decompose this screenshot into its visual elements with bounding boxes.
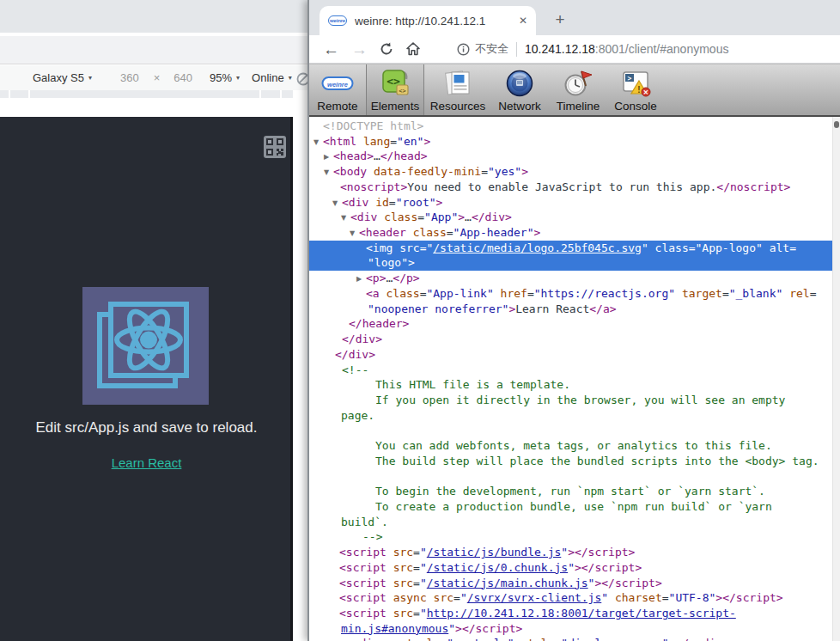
resources-icon bbox=[442, 67, 473, 100]
info-icon[interactable] bbox=[457, 43, 470, 56]
svg-text:>: > bbox=[628, 75, 632, 82]
code-line[interactable]: </div> bbox=[309, 332, 840, 347]
code-line[interactable]: </header> bbox=[309, 316, 840, 332]
edit-instruction-text: Edit src/App.js and save to reload. bbox=[0, 419, 293, 436]
code-line[interactable]: To create a production bundle, use `npm … bbox=[309, 499, 840, 515]
chevron-down-icon: ▾ bbox=[289, 74, 292, 82]
device-screen: Edit src/App.js and save to reload. Lear… bbox=[0, 117, 293, 641]
code-line[interactable]: ▼<html lang="en"> bbox=[309, 134, 840, 150]
code-line[interactable]: --> bbox=[309, 529, 840, 545]
device-emulation-toolbar: Galaxy S5 ▾ 360 × 640 95% ▾ Online ▾ bbox=[0, 65, 309, 90]
weinre-tab-resources[interactable]: Resources bbox=[424, 64, 491, 115]
code-line[interactable]: ▼<div id="root"> bbox=[309, 195, 840, 211]
code-line[interactable]: <script src="http://10.241.12.18:8001/ta… bbox=[309, 606, 840, 621]
selected-code-line[interactable]: "logo"> bbox=[309, 255, 840, 271]
selected-code-line[interactable]: <img src="/static/media/logo.25bf045c.sv… bbox=[309, 241, 840, 256]
code-line[interactable]: <script src="/static/js/0.chunk.js"></sc… bbox=[309, 560, 840, 576]
forward-icon: → bbox=[351, 41, 368, 58]
expand-arrow-icon[interactable]: ▼ bbox=[313, 135, 323, 150]
weinre-tab-label: Remote bbox=[317, 100, 357, 113]
expand-arrow-icon[interactable]: ▼ bbox=[332, 196, 342, 211]
code-line[interactable]: <noscript>You need to enable JavaScript … bbox=[309, 180, 840, 195]
device-select-label: Galaxy S5 bbox=[33, 71, 84, 84]
code-line[interactable]: If you open it directly in the browser, … bbox=[309, 393, 840, 408]
code-line[interactable]: To begin the development, run `npm start… bbox=[309, 484, 840, 499]
weinre-tab-network[interactable]: Network bbox=[491, 64, 548, 115]
weinre-tab-remote[interactable]: weinre Remote bbox=[309, 64, 366, 115]
weinre-toolbar: weinre Remote <> <> Elements bbox=[309, 64, 840, 117]
elements-panel: <!DOCTYPE html>▼<html lang="en">▶<head>…… bbox=[309, 117, 840, 641]
weinre-tab-label: Resources bbox=[430, 100, 486, 113]
code-line[interactable]: "noopener noreferrer">Learn React</a> bbox=[309, 302, 840, 317]
weinre-tab-label: Console bbox=[614, 100, 657, 113]
background-window-sub-strip bbox=[0, 36, 309, 64]
code-line[interactable]: <!DOCTYPE html> bbox=[309, 119, 840, 134]
code-line[interactable]: This HTML file is a template. bbox=[309, 377, 840, 393]
tab-title: weinre: http://10.241.12.1 bbox=[355, 15, 514, 27]
reload-icon[interactable] bbox=[379, 41, 394, 57]
code-line[interactable]: ▼<header class="App-header"> bbox=[309, 225, 840, 241]
weinre-tab-label: Elements bbox=[371, 100, 419, 113]
zoom-select[interactable]: 95% ▾ bbox=[210, 71, 240, 84]
code-line[interactable]: min.js#anonymous"></script> bbox=[309, 621, 840, 637]
back-icon[interactable]: ← bbox=[323, 41, 339, 58]
browser-tab[interactable]: weinre weinre: http://10.241.12.1 ✕ bbox=[320, 6, 536, 35]
chevron-down-icon: ▾ bbox=[88, 74, 92, 82]
device-select[interactable]: Galaxy S5 ▾ bbox=[33, 71, 92, 84]
viewport-width-field[interactable]: 360 bbox=[120, 71, 139, 84]
code-line[interactable]: <script async src="/svrx/svrx-client.js"… bbox=[309, 590, 840, 606]
code-line[interactable]: <script src="/static/js/main.chunk.js"><… bbox=[309, 576, 840, 591]
collapse-arrow-icon[interactable]: ▶ bbox=[324, 150, 333, 165]
url-path: :8001/client/#anonymous bbox=[595, 42, 729, 56]
svg-text:<>: <> bbox=[399, 88, 405, 95]
code-line[interactable]: build`. bbox=[309, 515, 840, 530]
code-line[interactable]: ▼<body data-feedly-mini="yes"> bbox=[309, 164, 840, 180]
weinre-tab-console[interactable]: > ! ✕ Console bbox=[608, 64, 663, 115]
multiply-icon: × bbox=[154, 71, 161, 84]
network-throttle-label: Online bbox=[252, 71, 284, 84]
scrollbar-thumb[interactable] bbox=[834, 121, 839, 128]
react-logo-image bbox=[82, 287, 209, 405]
viewport-width-value: 360 bbox=[120, 71, 139, 84]
code-line[interactable]: The build step will place the bundled sc… bbox=[309, 454, 840, 469]
code-line[interactable]: </div> bbox=[309, 347, 840, 363]
expand-arrow-icon[interactable]: ▼ bbox=[350, 226, 359, 241]
qr-code-icon[interactable] bbox=[264, 136, 286, 158]
url-host: 10.241.12.18 bbox=[525, 42, 595, 56]
weinre-tab-timeline[interactable]: Timeline bbox=[548, 64, 608, 115]
code-line[interactable]: <!-- bbox=[309, 363, 840, 378]
code-line[interactable]: ▶<p>…</p> bbox=[309, 271, 840, 286]
code-line[interactable]: You can add webfonts, meta tags, or anal… bbox=[309, 438, 840, 454]
security-warning-label[interactable]: 不安全 bbox=[475, 41, 508, 57]
browser-tab-bar: weinre weinre: http://10.241.12.1 ✕ + bbox=[309, 0, 840, 35]
url-text[interactable]: 10.241.12.18:8001/client/#anonymous bbox=[525, 42, 728, 56]
svg-text:✕: ✕ bbox=[643, 89, 648, 96]
code-line[interactable] bbox=[309, 423, 840, 438]
code-line[interactable]: ▶<head>…</head> bbox=[309, 149, 840, 164]
learn-react-link[interactable]: Learn React bbox=[112, 455, 182, 470]
code-line[interactable]: ▼<div class="App">…</div> bbox=[309, 210, 840, 225]
code-line[interactable]: <a class="App-link" href="https://reactj… bbox=[309, 286, 840, 302]
svg-text:weinre: weinre bbox=[327, 81, 348, 89]
tab-close-icon[interactable]: ✕ bbox=[519, 15, 527, 27]
code-line[interactable]: <script src="/static/js/bundle.js"></scr… bbox=[309, 545, 840, 560]
collapse-arrow-icon[interactable]: ▶ bbox=[356, 272, 366, 287]
svg-text:!: ! bbox=[637, 85, 640, 95]
address-divider bbox=[516, 42, 517, 57]
weinre-tab-elements[interactable]: <> <> Elements bbox=[366, 64, 424, 115]
code-line[interactable]: <audio controls="controls" style="displa… bbox=[309, 636, 840, 641]
weinre-tab-label: Network bbox=[498, 100, 541, 113]
code-line[interactable] bbox=[309, 469, 840, 485]
viewport-height-field[interactable]: 640 bbox=[173, 71, 192, 84]
expand-arrow-icon[interactable]: ▼ bbox=[341, 211, 350, 226]
new-tab-button[interactable]: + bbox=[549, 9, 571, 31]
console-icon: > ! ✕ bbox=[620, 67, 651, 100]
expand-arrow-icon[interactable]: ▼ bbox=[324, 165, 333, 180]
home-icon[interactable] bbox=[405, 41, 421, 57]
network-throttle-select[interactable]: Online ▾ bbox=[252, 71, 292, 84]
scrollbar[interactable] bbox=[832, 117, 840, 641]
zoom-select-label: 95% bbox=[210, 71, 232, 84]
weinre-remote-icon: weinre bbox=[321, 67, 354, 100]
elements-icon: <> <> bbox=[380, 67, 411, 100]
code-line[interactable]: page. bbox=[309, 408, 840, 424]
